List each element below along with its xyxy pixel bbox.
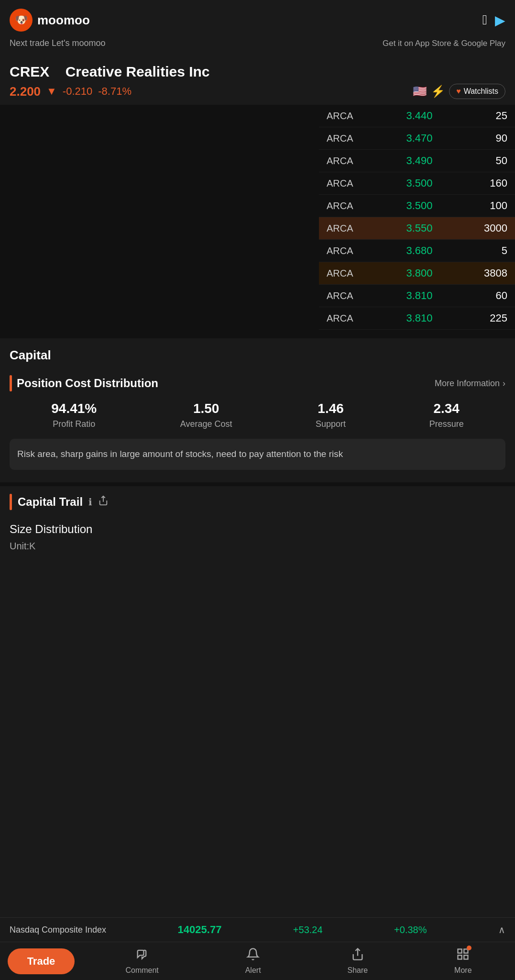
exchange-label: ARCA bbox=[327, 133, 370, 144]
share-label: Share bbox=[347, 966, 368, 975]
exchange-label: ARCA bbox=[327, 245, 370, 256]
support-value: 1.46 bbox=[316, 401, 346, 416]
sd-unit: Unit:K bbox=[10, 541, 505, 552]
stock-name: Creative Realities Inc bbox=[66, 64, 210, 79]
chart-table-area: ARCA 3.440 25 ARCA 3.470 90 ARCA 3.490 5… bbox=[0, 105, 515, 334]
order-price: 3.550 bbox=[395, 222, 443, 234]
info-icon[interactable]: ℹ bbox=[88, 496, 92, 508]
average-cost-value: 1.50 bbox=[180, 401, 232, 416]
stock-header: CREX Creative Realities Inc 2.200 ▼ -0.2… bbox=[0, 54, 515, 105]
pcd-accent bbox=[10, 375, 12, 391]
capital-title: Capital bbox=[10, 348, 51, 362]
trade-button[interactable]: Trade bbox=[8, 948, 75, 974]
price-current: 2.200 bbox=[10, 84, 41, 99]
flag-icon: 🇺🇸 bbox=[413, 85, 427, 98]
tagline: Next trade Let's moomoo bbox=[10, 38, 106, 48]
pressure-label: Pressure bbox=[429, 419, 464, 429]
order-qty: 60 bbox=[469, 290, 507, 302]
app-header: 🐶 moomoo  ▶ bbox=[0, 0, 515, 36]
order-book-row-highlighted: ARCA 3.550 3000 bbox=[319, 217, 515, 240]
alert-label: Alert bbox=[245, 966, 261, 975]
notification-dot bbox=[467, 946, 471, 950]
order-price: 3.500 bbox=[395, 200, 443, 212]
price-down-arrow: ▼ bbox=[46, 85, 57, 98]
more-label: More bbox=[454, 966, 471, 975]
alert-icon bbox=[246, 947, 260, 964]
exchange-label: ARCA bbox=[327, 268, 370, 279]
order-book-row: ARCA 3.500 160 bbox=[319, 172, 515, 195]
watchlist-area: 🇺🇸 ⚡ ♥ Watchlists bbox=[413, 84, 505, 99]
more-icon bbox=[456, 947, 470, 964]
order-qty: 225 bbox=[469, 312, 507, 324]
more-info-text: More Information bbox=[435, 379, 500, 389]
average-cost-label: Average Cost bbox=[180, 419, 232, 429]
exchange-label: ARCA bbox=[327, 111, 370, 122]
capital-trail-section: Capital Trail ℹ Size Distribution Unit:K bbox=[0, 486, 515, 574]
order-price: 3.810 bbox=[395, 290, 443, 302]
order-qty: 50 bbox=[469, 155, 507, 167]
order-book-row: ARCA 3.470 90 bbox=[319, 127, 515, 150]
order-price: 3.800 bbox=[395, 267, 443, 279]
profit-ratio-value: 94.41% bbox=[51, 401, 97, 416]
capital-section: Capital bbox=[0, 338, 515, 368]
nav-item-more[interactable]: More bbox=[454, 947, 471, 975]
more-info-link[interactable]: More Information › bbox=[435, 379, 505, 389]
comment-icon bbox=[135, 947, 149, 964]
order-price: 3.680 bbox=[395, 245, 443, 257]
bottom-index-bar: Nasdaq Composite Index 14025.77 +53.24 +… bbox=[0, 917, 515, 942]
logo-text: moomoo bbox=[37, 13, 90, 28]
pressure-value: 2.34 bbox=[429, 401, 464, 416]
app-store-text: Get it on App Store & Google Play bbox=[383, 39, 505, 48]
order-price: 3.470 bbox=[395, 132, 443, 145]
moomoo-logo-icon: 🐶 bbox=[10, 9, 33, 32]
pcd-section: Position Cost Distribution More Informat… bbox=[0, 368, 515, 482]
order-book-table: ARCA 3.440 25 ARCA 3.470 90 ARCA 3.490 5… bbox=[319, 105, 515, 334]
order-qty: 25 bbox=[469, 110, 507, 122]
ct-accent bbox=[10, 494, 12, 510]
order-qty: 160 bbox=[469, 177, 507, 189]
price-pct: -8.71% bbox=[98, 85, 131, 98]
nav-item-share[interactable]: Share bbox=[347, 947, 368, 975]
metric-average-cost: 1.50 Average Cost bbox=[180, 401, 232, 429]
price-change: -0.210 bbox=[63, 85, 92, 98]
content-spacer bbox=[0, 574, 515, 669]
order-price: 3.490 bbox=[395, 155, 443, 167]
lightning-icon: ⚡ bbox=[431, 85, 445, 98]
order-book-row: ARCA 3.810 60 bbox=[319, 285, 515, 307]
exchange-label: ARCA bbox=[327, 200, 370, 212]
watchlist-label: Watchlists bbox=[464, 87, 498, 96]
comment-label: Comment bbox=[125, 966, 158, 975]
nav-items: Comment Alert Share bbox=[82, 947, 515, 975]
ct-title: Capital Trail bbox=[18, 495, 83, 509]
share-icon[interactable] bbox=[98, 495, 109, 508]
metric-profit-ratio: 94.41% Profit Ratio bbox=[51, 401, 97, 429]
price-info: 2.200 ▼ -0.210 -8.71% bbox=[10, 84, 131, 99]
order-book-row-highlighted: ARCA 3.800 3808 bbox=[319, 262, 515, 285]
nav-item-alert[interactable]: Alert bbox=[245, 947, 261, 975]
svg-rect-2 bbox=[458, 949, 462, 953]
stock-price-row: 2.200 ▼ -0.210 -8.71% 🇺🇸 ⚡ ♥ Watchlists bbox=[10, 84, 505, 99]
chart-area bbox=[0, 105, 319, 334]
subheader: Next trade Let's moomoo Get it on App St… bbox=[0, 36, 515, 54]
apple-icon[interactable]:  bbox=[482, 12, 487, 28]
sd-title: Size Distribution bbox=[10, 523, 505, 536]
svg-rect-4 bbox=[458, 955, 462, 959]
order-book-row: ARCA 3.490 50 bbox=[319, 150, 515, 172]
header-icons:  ▶ bbox=[482, 12, 505, 28]
support-label: Support bbox=[316, 419, 346, 429]
metric-pressure: 2.34 Pressure bbox=[429, 401, 464, 429]
bottom-nav: Trade Comment Alert bbox=[0, 942, 515, 980]
order-book-row: ARCA 3.810 225 bbox=[319, 307, 515, 330]
heart-icon: ♥ bbox=[456, 87, 461, 96]
stock-title: CREX Creative Realities Inc bbox=[10, 64, 505, 80]
nav-item-comment[interactable]: Comment bbox=[125, 947, 158, 975]
chevron-up-icon[interactable]: ∧ bbox=[498, 924, 505, 935]
order-book-row: ARCA 3.680 5 bbox=[319, 240, 515, 262]
google-play-icon[interactable]: ▶ bbox=[495, 12, 505, 28]
pcd-metrics: 94.41% Profit Ratio 1.50 Average Cost 1.… bbox=[10, 401, 505, 429]
order-book-row: ARCA 3.440 25 bbox=[319, 105, 515, 127]
order-price: 3.440 bbox=[395, 110, 443, 122]
watchlist-button[interactable]: ♥ Watchlists bbox=[449, 84, 505, 99]
order-qty: 100 bbox=[469, 200, 507, 212]
pcd-title: Position Cost Distribution bbox=[17, 377, 158, 390]
